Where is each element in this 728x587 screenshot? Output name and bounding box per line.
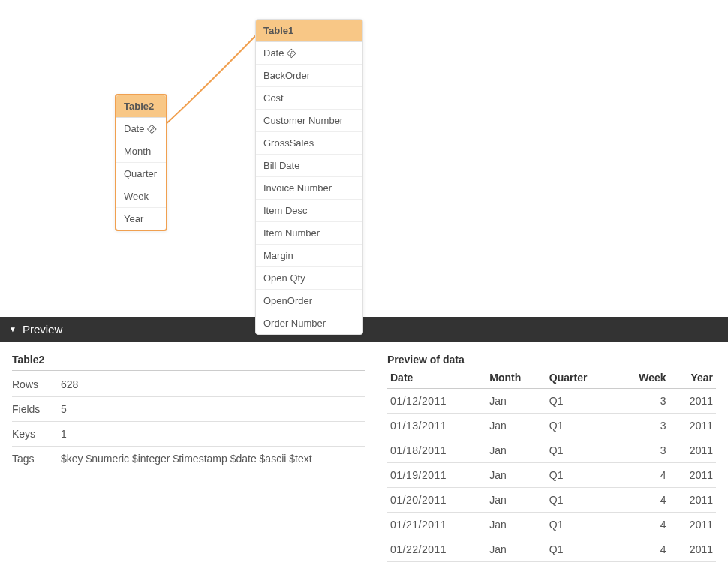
table-row[interactable]: 01/18/2011JanQ132011 [387, 438, 716, 463]
stats-value: 1 [61, 428, 365, 440]
column-header[interactable]: Year [669, 367, 716, 389]
key-icon: ⚿ [286, 47, 298, 59]
table-cell: 2011 [669, 488, 716, 513]
field-item[interactable]: Quarter [116, 163, 166, 185]
table-cell: 2011 [669, 513, 716, 537]
field-item[interactable]: Bill Date [256, 155, 362, 177]
field-item[interactable]: Month [116, 140, 166, 163]
field-label: Item Desc [263, 205, 308, 216]
table-cell: 01/20/2011 [387, 488, 486, 513]
field-label: Open Qty [263, 272, 305, 284]
table-cell: Jan [486, 438, 546, 463]
table-cell: Jan [486, 463, 546, 488]
table-cell: Q1 [546, 389, 616, 414]
table-cell: Jan [486, 537, 546, 562]
field-label: Quarter [124, 168, 157, 179]
table-cell: Q1 [546, 414, 616, 438]
table-cell: Jan [486, 414, 546, 438]
field-label: Month [124, 146, 151, 157]
field-item[interactable]: Week [116, 185, 166, 208]
table-cell: 2011 [669, 463, 716, 488]
field-label: Cost [263, 92, 284, 104]
table-cell: 4 [616, 488, 669, 513]
table-box-table1[interactable]: Table1 Date ⚿ BackOrder Cost Customer Nu… [255, 19, 363, 335]
stats-value: $key $numeric $integer $timestamp $date … [61, 453, 365, 465]
field-label: GrossSales [263, 137, 314, 149]
table-cell: Q1 [546, 438, 616, 463]
field-label: Week [124, 191, 149, 202]
stats-row-fields: Fields 5 [12, 397, 365, 422]
field-item[interactable]: Item Desc [256, 200, 362, 222]
field-item[interactable]: OpenOrder [256, 290, 362, 312]
table-cell: Q1 [546, 537, 616, 562]
table-header[interactable]: Table2 [116, 95, 166, 118]
table-row[interactable]: 01/20/2011JanQ142011 [387, 488, 716, 513]
field-label: Year [124, 213, 143, 224]
column-header[interactable]: Quarter [546, 367, 616, 389]
table-cell: 2011 [669, 389, 716, 414]
table-cell: Q1 [546, 488, 616, 513]
table-row[interactable]: 01/13/2011JanQ132011 [387, 414, 716, 438]
stats-row-keys: Keys 1 [12, 422, 365, 447]
preview-title: Preview [23, 323, 62, 336]
triangle-down-icon: ▼ [9, 325, 17, 333]
table-cell: Jan [486, 488, 546, 513]
table-cell: 3 [616, 389, 669, 414]
preview-panel-header[interactable]: ▼ Preview [0, 317, 728, 342]
column-header[interactable]: Week [616, 367, 669, 389]
stats-panel: Table2 Rows 628 Fields 5 Keys 1 Tags $ke… [12, 354, 365, 562]
field-item[interactable]: Invoice Number [256, 177, 362, 200]
field-label: BackOrder [263, 70, 310, 81]
stats-label: Rows [12, 378, 61, 390]
stats-label: Keys [12, 428, 61, 440]
table-cell: 3 [616, 414, 669, 438]
field-label: Bill Date [263, 160, 299, 171]
field-item[interactable]: BackOrder [256, 65, 362, 87]
field-item[interactable]: GrossSales [256, 132, 362, 155]
field-label: OpenOrder [263, 295, 312, 306]
field-item[interactable]: Year [116, 208, 166, 230]
table-cell: 3 [616, 438, 669, 463]
field-label: Order Number [263, 318, 326, 329]
table-cell: 01/18/2011 [387, 438, 486, 463]
stats-label: Tags [12, 453, 61, 465]
table-cell: Q1 [546, 463, 616, 488]
field-item[interactable]: Item Number [256, 222, 362, 245]
table-row[interactable]: 01/19/2011JanQ142011 [387, 463, 716, 488]
model-canvas[interactable]: Table2 Date ⚿ Month Quarter Week Year Ta… [0, 0, 728, 317]
field-item[interactable]: Order Number [256, 312, 362, 334]
field-item[interactable]: Date ⚿ [116, 118, 166, 140]
table-cell: 01/19/2011 [387, 463, 486, 488]
table-header-row: Date Month Quarter Week Year [387, 367, 716, 389]
field-label: Customer Number [263, 115, 343, 126]
field-label: Item Number [263, 227, 320, 239]
field-item[interactable]: Customer Number [256, 110, 362, 132]
table-cell: 4 [616, 513, 669, 537]
table-cell: Jan [486, 513, 546, 537]
table-row[interactable]: 01/21/2011JanQ142011 [387, 513, 716, 537]
table-row[interactable]: 01/22/2011JanQ142011 [387, 537, 716, 562]
table-header[interactable]: Table1 [256, 20, 362, 42]
field-label: Date [124, 123, 144, 134]
stats-title: Table2 [12, 354, 365, 371]
field-item[interactable]: Cost [256, 87, 362, 110]
stats-value: 628 [61, 378, 365, 390]
table-cell: 01/12/2011 [387, 389, 486, 414]
table-cell: 01/21/2011 [387, 513, 486, 537]
table-cell: 01/22/2011 [387, 537, 486, 562]
field-item[interactable]: Open Qty [256, 267, 362, 290]
field-item[interactable]: Margin [256, 245, 362, 267]
table-cell: Jan [486, 389, 546, 414]
key-icon: ⚿ [146, 122, 158, 134]
stats-row-tags: Tags $key $numeric $integer $timestamp $… [12, 447, 365, 471]
field-label: Invoice Number [263, 182, 332, 194]
data-preview-title: Preview of data [387, 354, 716, 366]
table-box-table2[interactable]: Table2 Date ⚿ Month Quarter Week Year [115, 94, 167, 231]
stats-label: Fields [12, 403, 61, 415]
table-row[interactable]: 01/12/2011JanQ132011 [387, 389, 716, 414]
field-item[interactable]: Date ⚿ [256, 42, 362, 65]
column-header[interactable]: Month [486, 367, 546, 389]
field-label: Margin [263, 250, 293, 261]
column-header[interactable]: Date [387, 367, 486, 389]
preview-body: Table2 Rows 628 Fields 5 Keys 1 Tags $ke… [0, 342, 728, 574]
